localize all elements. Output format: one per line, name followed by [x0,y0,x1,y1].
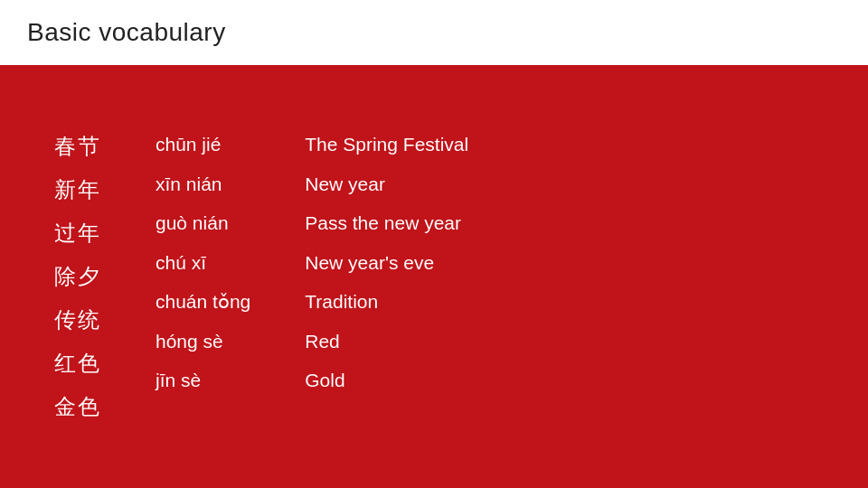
list-item: 红色 [54,347,101,380]
list-item: 新年 [54,174,101,206]
list-item: 金色 [54,390,101,423]
header-bar: Basic vocabulary [0,0,868,65]
list-item: 除夕 [54,260,101,293]
list-item: Tradition [305,287,468,316]
page-title: Basic vocabulary [27,18,226,47]
list-item: Gold [305,366,468,395]
list-item: guò nián [156,209,250,238]
list-item: The Spring Festival [305,130,468,159]
list-item: jīn sè [156,366,250,395]
list-item: xīn nián [156,170,250,199]
list-item: hóng sè [156,327,250,356]
list-item: 春节 [54,130,101,163]
list-item: chú xī [156,249,250,277]
list-item: 传统 [54,304,101,336]
list-item: 过年 [54,217,101,249]
list-item: New year [305,170,468,199]
vocab-table: 春节新年过年除夕传统红色金色 chūn jiéxīn niánguò niánc… [54,130,814,423]
list-item: Red [305,327,468,356]
list-item: New year's eve [305,249,468,277]
col-chinese: 春节新年过年除夕传统红色金色 [54,130,101,423]
list-item: Pass the new year [305,209,468,238]
list-item: chūn jié [156,130,250,159]
main-content: 春节新年过年除夕传统红色金色 chūn jiéxīn niánguò niánc… [0,65,868,488]
col-english: The Spring FestivalNew yearPass the new … [305,130,468,423]
list-item: chuán tǒng [156,287,250,316]
col-pinyin: chūn jiéxīn niánguò niánchú xīchuán tǒng… [156,130,250,423]
